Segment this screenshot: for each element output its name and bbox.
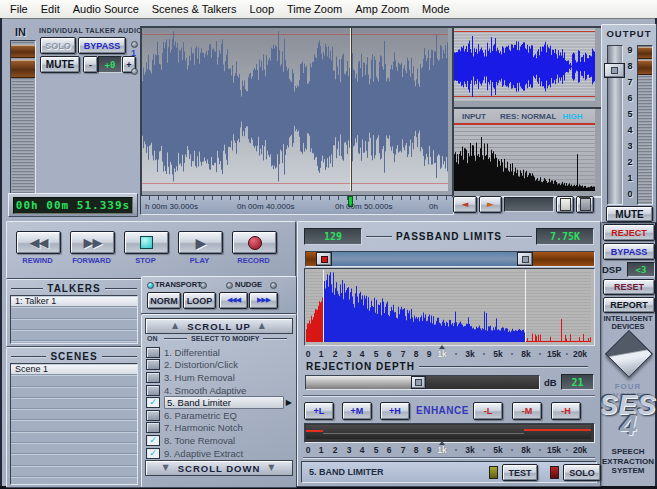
filter-row-9-adaptive-extract[interactable]: 9. Adaptive Extract [146,447,292,460]
menu-item-edit[interactable]: Edit [41,3,60,15]
nudge-forward-button[interactable] [249,292,278,309]
norm-button[interactable]: NORM [147,292,181,309]
passband-spectrum-display [304,268,595,346]
rejection-slider-handle[interactable] [411,376,426,389]
nudge-back-button[interactable] [219,292,248,309]
output-waveform-canvas [454,28,595,101]
filter-checkbox[interactable] [146,359,160,370]
scroll-up-bar[interactable]: SCROLL UP [145,318,293,334]
reject-button[interactable]: REJECT [603,224,655,241]
record-button[interactable] [232,231,277,254]
filter-checkbox[interactable] [146,397,160,408]
test-led [489,466,498,479]
gain-minus-button[interactable]: - [83,56,98,73]
menu-item-loop[interactable]: Loop [250,3,274,15]
enhance-plus-mid-button[interactable]: +M [342,402,372,420]
scene-empty-row[interactable] [11,375,137,386]
filter-checkbox[interactable] [146,422,160,433]
enhance-minus-low-button[interactable]: -L [473,402,503,420]
filter-status-bar: 5. BAND LIMITER TEST SOLO [301,461,597,483]
filter-row-4-smooth-adaptive[interactable]: 4. Smooth Adaptive [146,384,292,397]
reset-button[interactable]: RESET [603,279,655,295]
rewind-button[interactable] [16,231,61,254]
input-fader-handle[interactable] [11,60,35,78]
scene-empty-row[interactable] [11,443,137,454]
scenes-list[interactable]: Scene 1 [10,363,138,485]
passband-high-handle[interactable] [517,252,533,266]
freq-tick-label: 1 [319,349,324,359]
freq-tick-label: 9 [427,349,432,359]
talker-empty-row[interactable] [11,319,137,330]
scene-empty-row[interactable] [11,466,137,477]
filter-checkbox[interactable] [146,385,160,396]
talker-bypass-button[interactable]: BYPASS [78,37,126,54]
master-bypass-button[interactable]: BYPASS [603,243,655,260]
scene-empty-row[interactable] [11,387,137,398]
filter-row-8-tone-removal[interactable]: 8. Tone Removal [146,434,292,447]
output-mute-button[interactable]: MUTE [606,206,653,222]
menu-item-audio-source[interactable]: Audio Source [73,3,139,15]
main-waveform-canvas[interactable] [142,28,448,191]
main-waveform-display[interactable] [140,26,456,199]
forward-button[interactable] [70,231,115,254]
menu-item-amp-zoom[interactable]: Amp Zoom [355,3,409,15]
talker-empty-row[interactable] [11,341,137,344]
scene-empty-row[interactable] [11,477,137,485]
scene-empty-row[interactable] [11,409,137,420]
filter-checkbox[interactable] [146,448,160,459]
scene-empty-row[interactable] [11,398,137,409]
report-button[interactable]: REPORT [603,297,655,313]
enhance-plus-high-button[interactable]: +H [380,402,410,420]
filter-checkbox[interactable] [146,410,160,421]
input-fader[interactable] [10,40,36,195]
input-spectrum-display: INPUT RES: NORMAL HIGH [452,107,603,198]
clipboard-button[interactable] [556,196,574,213]
filter-row-6-parametric-eq[interactable]: 6. Parametric EQ [146,409,292,422]
passband-slider[interactable] [305,251,595,267]
scene-empty-row[interactable] [11,454,137,465]
talker-mute-button[interactable]: MUTE [40,56,80,73]
filter-checkbox[interactable] [146,435,160,446]
talker-empty-row[interactable] [11,307,137,318]
scroll-right-button[interactable] [479,196,502,213]
play-button[interactable] [178,231,223,254]
freq-tick-label: 8k [521,445,530,455]
filter-row-2-distortion-click[interactable]: 2. Distortion/Click [146,359,292,372]
scene-empty-row[interactable] [11,432,137,443]
filter-test-button[interactable]: TEST [502,464,538,481]
filter-row-7-harmonic-notch[interactable]: 7. Harmonic Notch [146,422,292,435]
time-display-value: 00h 00m 51.339s [13,197,133,214]
rejection-slider[interactable] [305,375,540,390]
talker-solo-button[interactable]: SOLO [40,37,76,54]
loop-button[interactable]: LOOP [183,292,216,309]
enhance-plus-low-button[interactable]: +L [304,402,334,420]
filter-solo-button[interactable]: SOLO [563,464,601,481]
scene-empty-row[interactable] [11,420,137,431]
menu-item-scenes-talkers[interactable]: Scenes & Talkers [152,3,237,15]
enhance-minus-mid-button[interactable]: -M [512,402,542,420]
talkers-list[interactable]: 1: Talker 1 [10,295,138,344]
timeline-ruler[interactable]: h 00m 30.000s0h 00m 40.000s0h 00m 50.000… [140,195,454,215]
stop-button[interactable] [124,231,169,254]
filter-row-1-differential[interactable]: 1. Differential [146,346,292,359]
output-fader-handle[interactable] [604,63,625,78]
filter-checkbox[interactable] [146,347,160,358]
enhance-minus-high-button[interactable]: -H [551,402,581,420]
position-field[interactable] [504,197,554,212]
spectrum-res-value[interactable]: HIGH [562,112,582,121]
scroll-down-bar[interactable]: SCROLL DOWN [145,460,293,476]
talker-list-item[interactable]: 1: Talker 1 [11,296,137,307]
filter-row-3-hum-removal[interactable]: 3. Hum Removal [146,371,292,384]
scene-list-item[interactable]: Scene 1 [11,364,137,375]
talker-empty-row[interactable] [11,330,137,341]
menu-item-time-zoom[interactable]: Time Zoom [287,3,342,15]
scroll-left-button[interactable] [453,196,477,213]
trash-button[interactable] [576,196,594,213]
passband-low-handle[interactable] [316,252,332,266]
time-display: 00h 00m 51.339s [8,193,138,217]
filter-row-5-band-limiter[interactable]: 5. Band Limiter [146,396,292,409]
menu-item-file[interactable]: File [10,3,28,15]
stop-label: STOP [124,256,167,265]
filter-checkbox[interactable] [146,372,160,383]
menu-item-mode[interactable]: Mode [422,3,450,15]
